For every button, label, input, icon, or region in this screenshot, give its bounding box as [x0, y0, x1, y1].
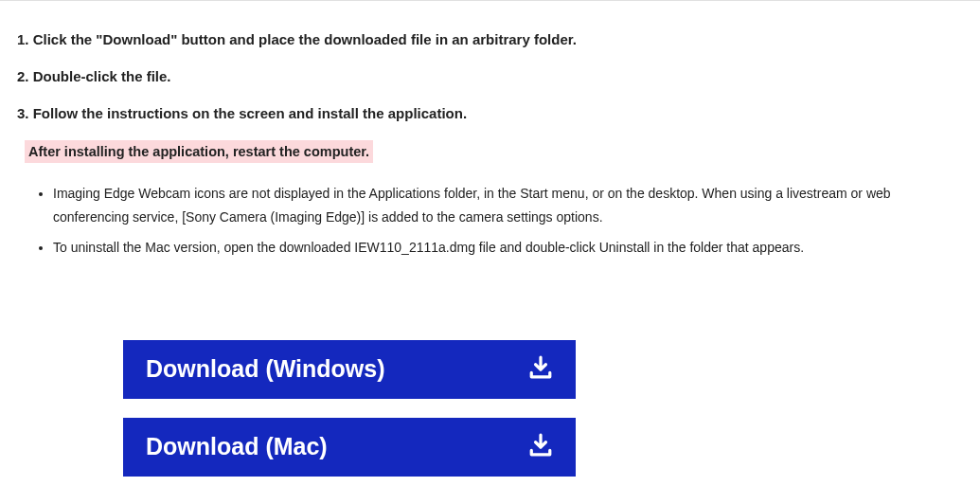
download-windows-label: Download (Windows)	[146, 355, 385, 383]
download-windows-button[interactable]: Download (Windows)	[123, 340, 576, 399]
step-2: 2. Double-click the file.	[17, 66, 963, 86]
note-item: To uninstall the Mac version, open the d…	[53, 236, 963, 260]
download-mac-label: Download (Mac)	[146, 433, 328, 460]
note-item: Imaging Edge Webcam icons are not displa…	[53, 182, 963, 229]
download-icon	[528, 433, 553, 460]
notes-list: Imaging Edge Webcam icons are not displa…	[17, 182, 963, 260]
restart-note: After installing the application, restar…	[25, 140, 373, 163]
step-1: 1. Click the "Download" button and place…	[17, 29, 963, 49]
download-mac-button[interactable]: Download (Mac)	[123, 418, 576, 477]
step-3: 3. Follow the instructions on the screen…	[17, 103, 963, 123]
download-icon	[528, 355, 553, 383]
